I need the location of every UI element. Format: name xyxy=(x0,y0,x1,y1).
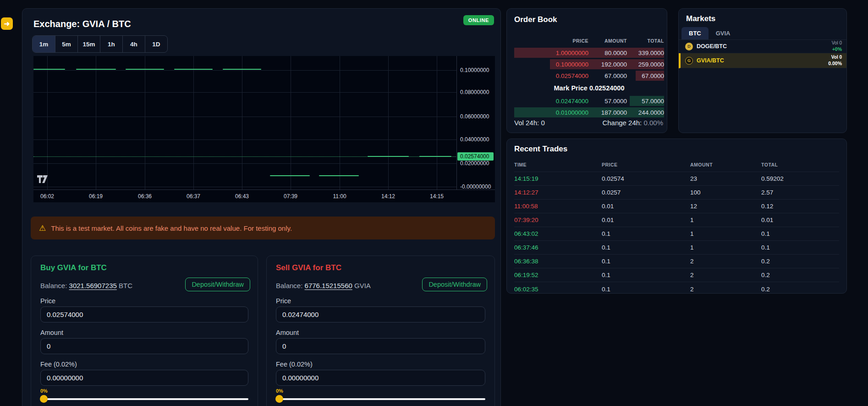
trade-total: 0.01 xyxy=(761,217,839,223)
slider-thumb[interactable] xyxy=(275,395,283,403)
order-book-title: Order Book xyxy=(514,15,664,24)
trade-time: 14:12:27 xyxy=(514,189,602,196)
bid-price: 0.02474000 xyxy=(514,98,588,105)
change-24h-label: Change 24h: xyxy=(602,119,643,127)
orderbook-ask-row[interactable]: 1.0000000080.0000339.0000 xyxy=(514,47,664,58)
chart-time-axis[interactable]: 06:0206:1906:3606:3706:4307:3911:0014:12… xyxy=(33,189,495,202)
trade-time: 06:19:52 xyxy=(514,272,602,278)
sell-fee-input[interactable] xyxy=(276,370,485,386)
candle-segment xyxy=(223,69,261,70)
markets-title: Markets xyxy=(686,14,715,23)
orderbook-bid-row[interactable]: 0.0247400057.000057.0000 xyxy=(514,95,664,106)
col-price: PRICE xyxy=(514,38,588,44)
trade-price: 0.01 xyxy=(602,217,690,223)
trade-amount: 12 xyxy=(690,203,761,210)
timeframe-15m[interactable]: 15m xyxy=(77,36,100,52)
timeframe-4h[interactable]: 4h xyxy=(122,36,145,52)
trade-row: 06:36:380.120.2 xyxy=(514,255,839,268)
buy-percent-slider[interactable] xyxy=(40,395,248,403)
trade-amount: 2 xyxy=(690,258,761,265)
balance-amount-link[interactable]: 6776.15215560 xyxy=(305,282,352,289)
chart-plot[interactable] xyxy=(33,56,457,189)
price-chart[interactable]: 0.100000000.080000000.060000000.04000000… xyxy=(33,56,495,202)
buy-fee-input[interactable] xyxy=(40,370,248,386)
orderbook-ask-row[interactable]: 0.0257400067.000067.0000 xyxy=(514,70,664,81)
sell-percent-slider[interactable] xyxy=(276,395,485,403)
change-24h-value: 0.00% xyxy=(643,119,663,127)
ask-total: 259.0000 xyxy=(627,61,664,68)
chart-gridline-v xyxy=(340,56,340,189)
x-axis-tick: 07:39 xyxy=(280,193,302,200)
trade-row: 06:19:520.120.2 xyxy=(514,268,839,282)
orderbook-bid-row[interactable]: 0.01000000187.0000244.0000 xyxy=(514,107,664,118)
col-total: TOTAL xyxy=(761,162,839,167)
trade-row: 06:37:460.110.1 xyxy=(514,241,839,255)
trade-total: 0.2 xyxy=(761,258,839,265)
chart-gridline-h xyxy=(33,187,457,187)
slider-track[interactable] xyxy=(40,398,248,400)
trade-row: 14:12:270.02571002.57 xyxy=(514,186,839,200)
markets-tab-gvia[interactable]: GVIA xyxy=(709,27,738,39)
ask-price: 0.02574000 xyxy=(514,72,588,79)
timeframe-1D[interactable]: 1D xyxy=(145,36,167,52)
deposit-withdraw-button[interactable]: Deposit/Withdraw xyxy=(185,278,250,291)
sidebar-expand-button[interactable]: ➜ xyxy=(1,17,13,30)
sell-price-input[interactable] xyxy=(276,306,485,323)
buy-title: Buy GVIA for BTC xyxy=(40,263,107,273)
order-book-asks: 1.0000000080.0000339.00000.10000000192.0… xyxy=(514,47,664,81)
sell-amount-input[interactable] xyxy=(276,338,485,354)
trade-amount: 1 xyxy=(690,217,761,223)
trade-price: 0.0257 xyxy=(602,189,690,196)
timeframe-1m[interactable]: 1m xyxy=(33,36,55,52)
x-axis-tick: 11:00 xyxy=(329,193,351,200)
slider-thumb[interactable] xyxy=(40,395,48,403)
timeframe-5m[interactable]: 5m xyxy=(55,36,77,52)
buy-amount-input[interactable] xyxy=(40,338,248,354)
deposit-withdraw-button[interactable]: Deposit/Withdraw xyxy=(422,278,487,291)
chart-price-axis[interactable]: 0.100000000.080000000.060000000.04000000… xyxy=(457,56,495,189)
chart-gridline-h xyxy=(33,163,457,164)
col-amount: AMOUNT xyxy=(588,38,627,44)
timeframe-group: 1m5m15m1h4h1D xyxy=(32,35,168,53)
balance-amount-link[interactable]: 3021.56907235 xyxy=(69,282,117,289)
trade-amount: 23 xyxy=(690,175,761,182)
trade-total: 0.12 xyxy=(761,203,839,210)
doge-coin-icon: D xyxy=(685,43,693,50)
trade-price: 0.01 xyxy=(602,203,690,210)
chart-gridline-h xyxy=(33,92,457,93)
slider-track[interactable] xyxy=(276,398,485,400)
ask-price: 0.10000000 xyxy=(514,61,588,68)
candle-segment xyxy=(126,69,164,70)
orderbook-ask-row[interactable]: 0.10000000192.0000259.0000 xyxy=(514,59,664,70)
market-row-gvia-btc[interactable]: GGVIA/BTCVol 00.00% xyxy=(679,53,846,68)
trade-price: 0.1 xyxy=(602,286,690,293)
markets-tab-btc[interactable]: BTC xyxy=(681,27,709,39)
market-change: 0.00% xyxy=(828,61,842,67)
chart-gridline-v xyxy=(193,56,194,189)
chart-gridline-h xyxy=(33,70,457,71)
trade-total: 0.2 xyxy=(761,286,839,293)
trade-total: 0.2 xyxy=(761,272,839,278)
order-book-bids: 0.0247400057.000057.00000.01000000187.00… xyxy=(514,95,664,118)
trade-total: 2.57 xyxy=(761,189,839,196)
markets-tabs: BTCGVIA xyxy=(681,27,738,39)
trade-row: 14:15:190.02574230.59202 xyxy=(514,172,839,186)
x-axis-tick: 06:43 xyxy=(231,193,253,200)
candle-segment xyxy=(368,156,409,157)
order-book-footer: Vol 24h: 0 Change 24h: 0.00% xyxy=(514,119,663,127)
trade-total: 0.1 xyxy=(761,230,839,237)
timeframe-1h[interactable]: 1h xyxy=(100,36,122,52)
col-total: TOTAL xyxy=(627,38,664,44)
y-axis-tick: -0.00000000 xyxy=(460,184,491,190)
trade-price: 0.1 xyxy=(602,258,690,265)
buy-price-input[interactable] xyxy=(40,306,248,323)
trade-amount: 100 xyxy=(690,189,761,196)
trade-time: 06:43:02 xyxy=(514,230,602,237)
y-axis-tick: 0.08000000 xyxy=(460,89,489,95)
sell-form-card: Sell GVIA for BTC Balance: 6776.15215560… xyxy=(266,256,495,406)
market-row-doge-btc[interactable]: DDOGE/BTCVol 0+0% xyxy=(679,40,846,53)
chart-gridline-v xyxy=(437,56,437,189)
change-24h: Change 24h: 0.00% xyxy=(602,119,663,127)
candle-segment xyxy=(76,69,116,70)
candle-segment xyxy=(419,156,451,157)
